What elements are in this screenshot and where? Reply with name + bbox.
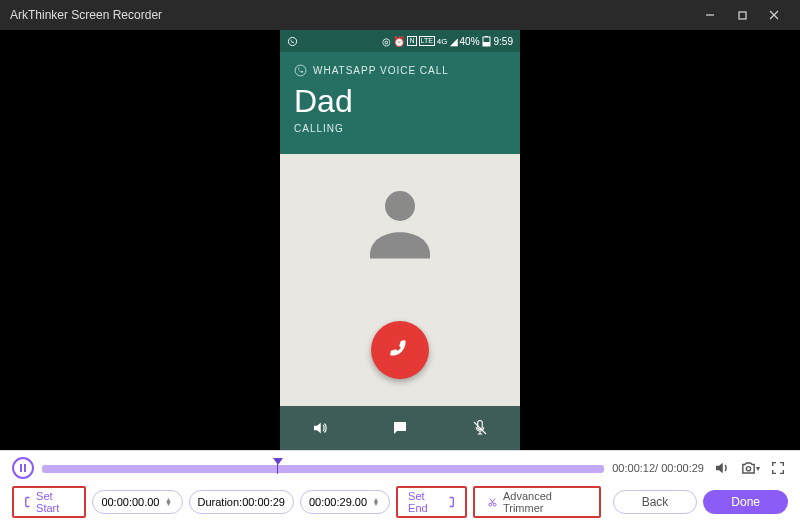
spinner-icon[interactable]: ▲▼ [164,498,174,506]
alarm-icon: ⏰ [393,36,405,47]
playback-time: 00:00:12/ 00:00:29 [612,462,704,474]
caller-name: Dad [294,85,506,117]
battery-pct: 40% [460,36,480,47]
battery-icon [482,36,491,47]
phone-screen: ◎ ⏰ N LTE 4G ◢ 40% 9:59 WHATSAPP VOICE C… [280,30,520,450]
svg-rect-1 [739,12,746,19]
svg-point-11 [746,467,750,471]
svg-point-8 [295,65,306,76]
network-4g-icon: 4G [437,37,448,46]
whatsapp-icon [294,64,307,77]
set-end-button[interactable]: Set End [400,488,463,516]
volume-icon[interactable] [712,458,732,478]
video-preview: ◎ ⏰ N LTE 4G ◢ 40% 9:59 WHATSAPP VOICE C… [0,30,800,450]
nfc-icon: N [407,36,416,46]
minimize-button[interactable] [694,0,726,30]
maximize-button[interactable] [726,0,758,30]
call-status: CALLING [294,123,506,134]
snapshot-icon[interactable]: ▾ [740,458,760,478]
set-start-button[interactable]: Set Start [16,488,82,516]
svg-point-9 [385,191,415,221]
whatsapp-notif-icon [287,36,298,47]
volte-icon: LTE [419,36,435,46]
pause-button[interactable] [12,457,34,479]
fullscreen-icon[interactable] [768,458,788,478]
svg-point-4 [288,37,296,45]
mic-mute-icon [440,406,520,450]
chat-icon [360,406,440,450]
duration-display: Duration:00:00:29 [189,490,294,514]
end-call-button [371,321,429,379]
location-icon: ◎ [382,36,391,47]
end-time-input[interactable]: 00:00:29.00▲▼ [300,490,390,514]
start-time-input[interactable]: 00:00:00.00▲▼ [92,490,182,514]
timeline-scrubber[interactable] [42,461,604,475]
speaker-icon [280,406,360,450]
call-type: WHATSAPP VOICE CALL [313,65,449,76]
clock: 9:59 [494,36,513,47]
advanced-trimmer-button[interactable]: Advanced Trimmer [477,488,597,516]
close-button[interactable] [758,0,790,30]
svg-rect-7 [485,36,488,37]
back-button[interactable]: Back [613,490,698,514]
app-title: ArkThinker Screen Recorder [10,8,162,22]
svg-rect-6 [483,42,490,46]
done-button[interactable]: Done [703,490,788,514]
signal-icon: ◢ [450,36,458,47]
spinner-icon[interactable]: ▲▼ [371,498,381,506]
avatar-placeholder-icon [350,171,450,271]
